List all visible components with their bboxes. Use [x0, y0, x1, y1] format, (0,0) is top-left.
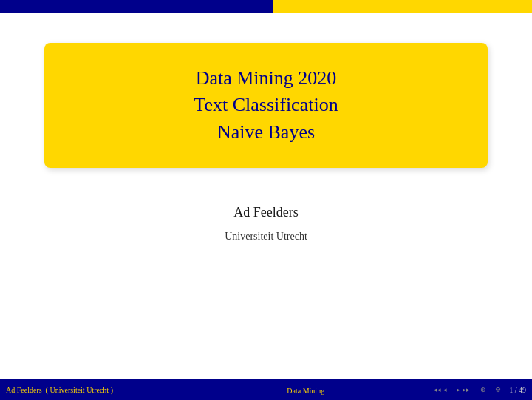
slide-counter: 1 / 49 [509, 386, 526, 394]
bottom-bar: Ad Feelders ( Universiteit Utrecht ) Dat… [0, 379, 532, 400]
title-box: Data Mining 2020 Text Classification Nai… [44, 43, 488, 168]
nav-next-icon[interactable]: ▸ [457, 386, 460, 393]
zoom-icon: ⊕ [480, 386, 486, 393]
university-name: Universiteit Utrecht [225, 231, 307, 243]
bottom-right-section: ◂◂ ◂ · ▸ ▸▸ · ⊕ · ⚙ 1 / 49 [434, 386, 532, 394]
bottom-course: Data Mining [287, 387, 324, 395]
nav-separator: · [474, 386, 476, 393]
bottom-author: Ad Feelders [6, 386, 42, 394]
nav-prev-icon[interactable]: ◂ [443, 386, 447, 393]
settings-icon: ⚙ [495, 386, 501, 393]
nav-last-icon[interactable]: ▸▸ [463, 386, 470, 393]
author-section: Ad Feelders Universiteit Utrecht [225, 205, 307, 243]
bottom-center-section: Data Mining [177, 383, 434, 396]
title-line-3: Naive Bayes [74, 119, 458, 146]
top-bar-yellow [273, 0, 532, 13]
author-name: Ad Feelders [225, 205, 307, 220]
main-content: Data Mining 2020 Text Classification Nai… [0, 13, 532, 373]
top-bar [0, 0, 532, 13]
nav-dot: · [451, 386, 452, 393]
top-bar-blue [0, 0, 273, 13]
title-line-2: Text Classification [74, 92, 458, 118]
bottom-left-section: Ad Feelders ( Universiteit Utrecht ) [0, 386, 177, 394]
nav-first-icon[interactable]: ◂◂ [434, 386, 441, 393]
nav-dot2: · [490, 386, 491, 393]
title-line-1: Data Mining 2020 [74, 65, 458, 92]
bottom-university: ( Universiteit Utrecht ) [46, 386, 113, 394]
